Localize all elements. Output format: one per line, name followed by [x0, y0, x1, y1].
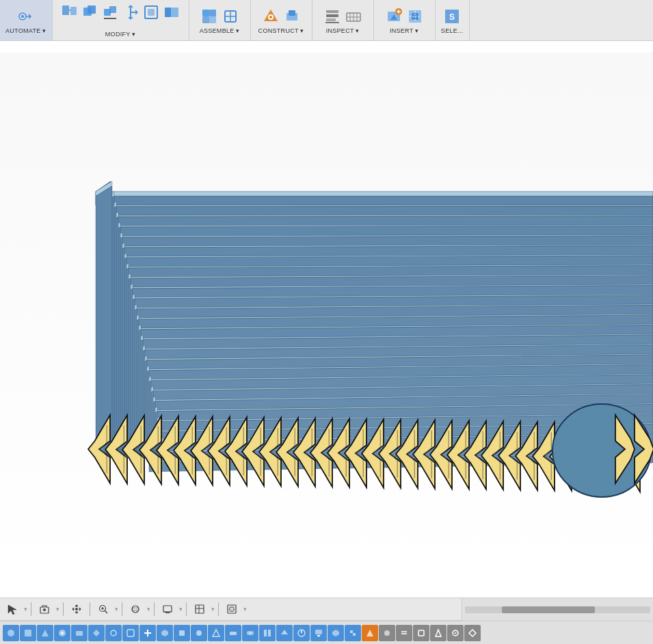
pan-tool[interactable] [67, 600, 86, 619]
cursor-dropdown[interactable]: ▾ [24, 606, 27, 613]
construct-icon1 [261, 7, 280, 26]
home-camera-tool[interactable] [35, 600, 54, 619]
svg-marker-215 [42, 630, 49, 636]
inspect-group[interactable]: INSPECT ▾ [312, 0, 374, 40]
svg-point-195 [43, 608, 46, 611]
snap-dropdown[interactable]: ▾ [243, 606, 247, 613]
svg-line-198 [105, 611, 108, 614]
display-mode-tool[interactable] [158, 600, 177, 619]
nav-icon-20[interactable] [328, 625, 344, 641]
svg-rect-225 [179, 630, 185, 636]
nav-icon-25[interactable] [413, 625, 429, 641]
nav-icon-2[interactable] [20, 625, 36, 641]
zoom-tool[interactable] [94, 600, 113, 619]
nav-icon-26[interactable] [430, 625, 447, 641]
svg-marker-102 [96, 196, 653, 205]
modify-group[interactable]: MODIFY ▾ [53, 0, 189, 40]
cursor-tool[interactable] [3, 600, 22, 619]
automate-icon [16, 7, 36, 26]
grid-dropdown[interactable]: ▾ [211, 606, 215, 613]
svg-rect-205 [165, 613, 170, 613]
assemble-group[interactable]: ASSEMBLE ▾ [189, 0, 251, 40]
svg-rect-245 [418, 630, 424, 636]
svg-point-226 [196, 630, 202, 636]
hscrollbar-thumb[interactable] [502, 606, 595, 613]
svg-rect-240 [353, 633, 356, 636]
nav-icon-18[interactable] [293, 625, 310, 641]
svg-point-248 [455, 632, 457, 634]
svg-rect-17 [209, 10, 216, 16]
svg-point-201 [132, 606, 139, 613]
nav-icon-27[interactable] [447, 625, 464, 641]
sep5 [154, 602, 155, 616]
svg-rect-228 [230, 632, 237, 635]
orbit-dropdown[interactable]: ▾ [147, 606, 150, 613]
svg-rect-28 [326, 10, 338, 13]
svg-rect-206 [196, 605, 204, 613]
svg-marker-98 [100, 216, 653, 226]
nav-icon-12[interactable] [191, 625, 207, 641]
modify-label: MODIFY ▾ [105, 31, 136, 38]
svg-rect-239 [350, 630, 353, 633]
svg-rect-3 [62, 5, 69, 15]
nav-icon-9[interactable] [139, 625, 156, 641]
nav-icon-16[interactable] [259, 625, 276, 641]
nav-icon-24[interactable] [396, 625, 412, 641]
inspect-label: INSPECT ▾ [326, 27, 360, 34]
nav-icon-13[interactable] [208, 625, 224, 641]
nav-icon-28[interactable] [464, 625, 481, 641]
nav-icon-15[interactable] [242, 625, 258, 641]
nav-icon-10[interactable] [157, 625, 173, 641]
grid-tool[interactable] [190, 600, 209, 619]
scene-canvas [0, 41, 653, 598]
nav-icon-19[interactable] [310, 625, 327, 641]
frame-icon [142, 3, 161, 22]
camera-dropdown[interactable]: ▾ [56, 606, 59, 613]
svg-marker-92 [106, 246, 653, 257]
svg-rect-29 [326, 14, 338, 17]
inspect-icon1 [323, 7, 342, 26]
orbit-tool[interactable] [126, 600, 145, 619]
svg-point-220 [111, 630, 116, 636]
toolbar: AUTOMATE ▾ [0, 0, 653, 41]
hscrollbar-area[interactable] [462, 598, 653, 621]
nav-icon-1[interactable] [3, 625, 19, 641]
zoom-dropdown[interactable]: ▾ [115, 606, 118, 613]
automate-group[interactable]: AUTOMATE ▾ [0, 0, 53, 40]
select-label: SELE... [441, 27, 464, 34]
svg-text:S: S [449, 12, 455, 22]
display-dropdown[interactable]: ▾ [179, 606, 183, 613]
svg-marker-219 [93, 630, 100, 636]
svg-marker-90 [108, 256, 653, 267]
svg-rect-218 [76, 631, 83, 636]
nav-icon-5[interactable] [71, 625, 88, 641]
nav-icon-22[interactable] [362, 625, 378, 641]
insert-group[interactable]: INSERT ▾ [374, 0, 436, 40]
select-group[interactable]: S SELE... [436, 0, 470, 40]
svg-rect-232 [268, 630, 271, 636]
viewport[interactable]: // Draw the 3D layered object const svg … [0, 41, 653, 598]
nav-icon-3[interactable] [37, 625, 53, 641]
svg-marker-94 [104, 236, 653, 246]
svg-marker-100 [98, 206, 653, 216]
nav-icon-6[interactable] [88, 625, 105, 641]
inspect-icon2 [344, 7, 363, 26]
nav-icon-14[interactable] [225, 625, 241, 641]
snap-tool[interactable] [222, 600, 241, 619]
nav-icon-11[interactable] [174, 625, 190, 641]
svg-point-230 [250, 631, 254, 635]
svg-rect-16 [202, 10, 209, 16]
nav-icon-21[interactable] [345, 625, 361, 641]
construct-group[interactable]: CONSTRUCT ▾ [251, 0, 312, 40]
nav-icon-7[interactable] [105, 625, 122, 641]
nav-icon-4[interactable] [54, 625, 70, 641]
nav-icon-23[interactable] [379, 625, 395, 641]
nav-icon-8[interactable] [122, 625, 139, 641]
hscrollbar-track[interactable] [465, 606, 650, 613]
svg-marker-96 [102, 226, 653, 237]
view-controls: ▾ ▾ ▾ ▾ [0, 598, 653, 621]
select-icon: S [442, 7, 462, 26]
svg-rect-19 [209, 16, 216, 23]
sep4 [122, 602, 122, 616]
nav-icon-17[interactable] [276, 625, 293, 641]
